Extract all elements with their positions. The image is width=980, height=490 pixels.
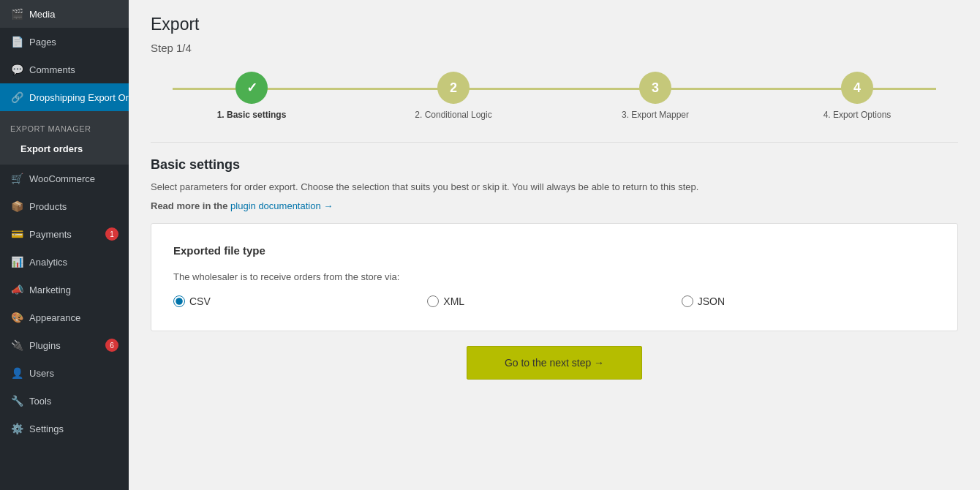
step-circle-options: 4 — [841, 72, 873, 104]
divider-top — [151, 142, 958, 143]
woocommerce-icon: 🛒 — [10, 172, 23, 185]
sidebar-item-settings[interactable]: ⚙️ Settings — [0, 415, 129, 442]
stepper-step-options: 4 4. Export Options — [756, 72, 958, 120]
pages-icon: 📄 — [10, 35, 23, 48]
step-label: Step 1/4 — [151, 42, 958, 54]
step-circle-conditional: 2 — [437, 72, 470, 104]
radio-group-file-type: CSV XML JSON — [173, 295, 935, 307]
radio-json-label: JSON — [698, 295, 725, 307]
sidebar-item-plugins[interactable]: 🔌 Plugins 6 — [0, 331, 129, 359]
payments-icon: 💳 — [10, 227, 23, 241]
comments-icon: 💬 — [10, 63, 23, 76]
section-title: Basic settings — [151, 157, 958, 173]
payments-badge: 1 — [105, 227, 118, 241]
media-icon: 🎬 — [10, 7, 23, 20]
marketing-icon: 📣 — [10, 283, 23, 296]
sidebar-item-dropshipping[interactable]: 🔗 Dropshipping Export Orders — [0, 83, 129, 111]
tools-icon: 🔧 — [10, 394, 23, 407]
sidebar-item-comments[interactable]: 💬 Comments — [0, 56, 129, 83]
stepper-step-conditional: 2 2. Conditional Logic — [353, 72, 554, 120]
sidebar-item-woocommerce[interactable]: 🛒 WooCommerce — [0, 165, 129, 192]
plugin-doc-link[interactable]: plugin documentation → — [230, 200, 333, 211]
step-circle-basic: ✓ — [235, 72, 268, 104]
radio-xml-label: XML — [443, 295, 464, 307]
step-name-conditional: 2. Conditional Logic — [415, 110, 491, 120]
section-description: Select parameters for order export. Choo… — [151, 180, 958, 195]
sidebar-item-media[interactable]: 🎬 Media — [0, 0, 129, 28]
radio-json[interactable] — [682, 295, 693, 307]
sidebar-item-marketing[interactable]: 📣 Marketing — [0, 276, 129, 304]
card-sublabel: The wholesaler is to receive orders from… — [173, 271, 935, 282]
step-name-options: 4. Export Options — [823, 110, 892, 120]
doc-prefix: Read more in the — [151, 200, 230, 211]
dropshipping-icon: 🔗 — [10, 91, 23, 104]
radio-option-json[interactable]: JSON — [682, 295, 935, 307]
plugins-icon: 🔌 — [10, 339, 23, 352]
export-file-type-card: Exported file type The wholesaler is to … — [151, 223, 958, 331]
users-icon: 👤 — [10, 366, 23, 380]
submenu-section-label: Export Manager — [0, 114, 129, 136]
analytics-icon: 📊 — [10, 255, 23, 268]
sidebar-item-pages[interactable]: 📄 Pages — [0, 28, 129, 56]
radio-csv-label: CSV — [189, 295, 211, 307]
plugin-doc-line: Read more in the plugin documentation → — [151, 200, 958, 211]
settings-icon: ⚙️ — [10, 422, 23, 435]
appearance-icon: 🎨 — [10, 311, 23, 324]
sidebar: 🎬 Media 📄 Pages 💬 Comments 🔗 Dropshippin… — [0, 0, 129, 490]
plugins-badge: 6 — [105, 339, 118, 352]
sidebar-item-payments[interactable]: 💳 Payments 1 — [0, 220, 129, 248]
main-content: Export Step 1/4 ✓ 1. Basic settings 2 2.… — [129, 0, 980, 490]
sidebar-submenu-item-export-orders[interactable]: Export orders — [0, 136, 129, 162]
step-name-mapper: 3. Export Mapper — [622, 110, 689, 120]
radio-option-xml[interactable]: XML — [427, 295, 681, 307]
radio-xml[interactable] — [427, 295, 439, 307]
stepper-step-mapper: 3 3. Export Mapper — [554, 72, 756, 120]
sidebar-item-users[interactable]: 👤 Users — [0, 359, 129, 387]
step-circle-mapper: 3 — [639, 72, 671, 104]
next-step-button[interactable]: Go to the next step → — [467, 346, 642, 380]
sidebar-item-analytics[interactable]: 📊 Analytics — [0, 248, 129, 276]
sidebar-item-products[interactable]: 📦 Products — [0, 192, 129, 220]
step-name-basic: 1. Basic settings — [217, 110, 287, 120]
stepper: ✓ 1. Basic settings 2 2. Conditional Log… — [151, 72, 958, 120]
page-title: Export — [151, 15, 958, 34]
sidebar-item-appearance[interactable]: 🎨 Appearance — [0, 304, 129, 331]
sidebar-item-tools[interactable]: 🔧 Tools — [0, 387, 129, 415]
products-icon: 📦 — [10, 200, 23, 213]
radio-option-csv[interactable]: CSV — [173, 295, 427, 307]
sidebar-submenu-export: Export Manager Export orders — [0, 111, 129, 165]
stepper-step-basic: ✓ 1. Basic settings — [151, 72, 353, 120]
card-label: Exported file type — [173, 244, 935, 257]
radio-csv[interactable] — [173, 295, 185, 307]
